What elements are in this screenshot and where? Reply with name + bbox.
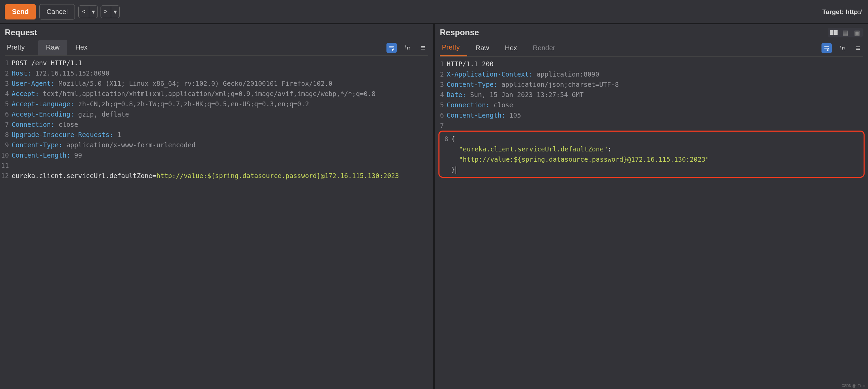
code-line[interactable]: 2X-Application-Context: application:8090 — [435, 69, 868, 79]
wrap-toggle-icon[interactable] — [386, 43, 397, 53]
code-content[interactable]: Host: 172.16.115.152:8090 — [12, 68, 114, 78]
line-number: 2 — [435, 69, 447, 79]
line-number — [439, 144, 451, 154]
newline-icon[interactable]: \n — [837, 43, 847, 53]
code-line[interactable]: 6Accept-Encoding: gzip, deflate — [0, 109, 433, 119]
line-number — [439, 154, 451, 164]
code-line[interactable]: 5Accept-Language: zh-CN,zh;q=0.8,zh-TW;q… — [0, 99, 433, 109]
tab-pretty[interactable]: Pretty — [5, 40, 32, 55]
history-back-split[interactable]: < ▾ — [78, 5, 97, 18]
code-content[interactable]: eureka.client.serviceUrl.defaultZone=htt… — [12, 171, 404, 181]
code-line[interactable]: 1HTTP/1.1 200 — [435, 59, 868, 69]
code-content[interactable]: "eureka.client.serviceUrl.defaultZone": — [451, 144, 616, 154]
response-editor[interactable]: 1HTTP/1.1 2002X-Application-Context: app… — [435, 57, 868, 389]
line-number: 1 — [0, 58, 12, 68]
code-content[interactable]: Accept-Language: zh-CN,zh;q=0.8,zh-TW;q=… — [12, 99, 314, 109]
response-tabs: Pretty Raw Hex Render \n ≡ — [440, 40, 863, 57]
code-content[interactable] — [12, 160, 16, 171]
target-label[interactable]: Target: http:/ — [822, 8, 863, 16]
code-content[interactable]: Date: Sun, 15 Jan 2023 13:27:54 GMT — [447, 90, 588, 100]
code-line[interactable]: 3Content-Type: application/json;charset=… — [435, 79, 868, 90]
code-content[interactable]: User-Agent: Mozilla/5.0 (X11; Linux x86_… — [12, 78, 337, 89]
code-line[interactable]: "http://value:${spring.datasource.passwo… — [439, 154, 864, 164]
code-content[interactable]: Content-Type: application/json;charset=U… — [447, 79, 623, 90]
code-line[interactable]: 3User-Agent: Mozilla/5.0 (X11; Linux x86… — [0, 78, 433, 89]
code-line[interactable]: } — [439, 164, 864, 175]
line-number: 8 — [0, 130, 12, 140]
tab-raw[interactable]: Raw — [38, 40, 67, 55]
code-line[interactable]: 10Content-Length: 99 — [0, 150, 433, 160]
code-content[interactable]: Accept-Encoding: gzip, deflate — [12, 109, 134, 119]
layout-columns-icon — [828, 28, 840, 37]
code-line[interactable]: 11 — [0, 160, 433, 171]
tab-hex[interactable]: Hex — [73, 40, 95, 55]
cancel-button[interactable]: Cancel — [39, 4, 75, 19]
line-number: 5 — [0, 99, 12, 109]
tab-pretty[interactable]: Pretty — [440, 40, 467, 56]
code-content[interactable]: Connection: close — [12, 119, 83, 130]
code-line[interactable]: 1POST /env HTTP/1.1 — [0, 58, 433, 68]
line-number: 3 — [0, 78, 12, 89]
history-nav-group: < ▾ > ▾ — [78, 5, 120, 18]
code-content[interactable]: POST /env HTTP/1.1 — [12, 58, 87, 68]
wrap-toggle-icon[interactable] — [821, 43, 832, 53]
layout-toggle[interactable]: ▤ ▣ — [828, 28, 863, 37]
code-line[interactable]: 8Upgrade-Insecure-Requests: 1 — [0, 130, 433, 140]
code-line[interactable]: 6Content-Length: 105 — [435, 110, 868, 120]
code-content[interactable]: Content-Length: 105 — [447, 110, 526, 120]
line-number — [439, 164, 451, 175]
tab-raw[interactable]: Raw — [473, 41, 497, 56]
send-button[interactable]: Send — [5, 4, 36, 19]
response-title: Response — [440, 28, 479, 37]
text-cursor — [456, 166, 456, 174]
code-line[interactable]: 7Connection: close — [0, 119, 433, 130]
code-content[interactable] — [447, 120, 451, 131]
history-forward-split[interactable]: > ▾ — [101, 5, 120, 18]
tab-hex[interactable]: Hex — [503, 41, 525, 56]
code-content[interactable]: Content-Type: application/x-www-form-url… — [12, 140, 200, 150]
code-content[interactable]: Content-Length: 99 — [12, 150, 87, 160]
highlight-box: 8{ "eureka.client.serviceUrl.defaultZone… — [438, 131, 865, 178]
line-number: 4 — [435, 90, 447, 100]
code-line[interactable]: 9Content-Type: application/x-www-form-ur… — [0, 140, 433, 150]
code-line[interactable]: 4Date: Sun, 15 Jan 2023 13:27:54 GMT — [435, 90, 868, 100]
response-panel: Response ▤ ▣ Pretty Raw Hex Render \n ≡ — [435, 24, 868, 389]
code-content[interactable]: X-Application-Context: application:8090 — [447, 69, 604, 79]
toolbar: Send Cancel < ▾ > ▾ Target: http:/ — [0, 0, 868, 24]
newline-icon[interactable]: \n — [402, 43, 412, 53]
code-line[interactable]: 5Connection: close — [435, 100, 868, 110]
code-line[interactable]: 4Accept: text/html,application/xhtml+xml… — [0, 89, 433, 99]
watermark: CSDN @- Time — [842, 384, 865, 388]
dropdown-caret-icon: ▾ — [111, 5, 120, 18]
line-number: 7 — [0, 119, 12, 130]
line-number: 2 — [0, 68, 12, 78]
code-line[interactable]: "eureka.client.serviceUrl.defaultZone": — [439, 144, 864, 154]
tab-render[interactable]: Render — [531, 41, 563, 56]
line-number: 11 — [0, 160, 12, 171]
code-line[interactable]: 7 — [435, 120, 868, 131]
request-title: Request — [5, 28, 37, 37]
code-line[interactable]: 2Host: 172.16.115.152:8090 — [0, 68, 433, 78]
hamburger-icon[interactable]: ≡ — [418, 43, 428, 53]
line-number: 12 — [0, 171, 12, 181]
hamburger-icon[interactable]: ≡ — [853, 43, 863, 53]
code-line[interactable]: 12eureka.client.serviceUrl.defaultZone=h… — [0, 171, 433, 181]
code-content[interactable]: } — [451, 164, 461, 175]
request-editor[interactable]: 1POST /env HTTP/1.12Host: 172.16.115.152… — [0, 56, 433, 389]
code-line[interactable]: 8{ — [439, 134, 864, 144]
code-content[interactable]: Connection: close — [447, 100, 518, 110]
split-panels: Request Pretty Raw Hex \n ≡ 1POST /env H… — [0, 24, 868, 389]
code-content[interactable]: Upgrade-Insecure-Requests: 1 — [12, 130, 126, 140]
code-content[interactable]: "http://value:${spring.datasource.passwo… — [451, 154, 714, 164]
line-number: 9 — [0, 140, 12, 150]
line-number: 7 — [435, 120, 447, 131]
line-number: 5 — [435, 100, 447, 110]
line-number: 4 — [0, 89, 12, 99]
code-content[interactable]: { — [451, 134, 460, 144]
code-content[interactable]: HTTP/1.1 200 — [447, 59, 498, 69]
code-content[interactable]: Accept: text/html,application/xhtml+xml,… — [12, 89, 380, 99]
layout-single-icon: ▣ — [851, 28, 863, 37]
line-number: 1 — [435, 59, 447, 69]
line-number: 6 — [435, 110, 447, 120]
layout-rows-icon: ▤ — [840, 28, 851, 37]
